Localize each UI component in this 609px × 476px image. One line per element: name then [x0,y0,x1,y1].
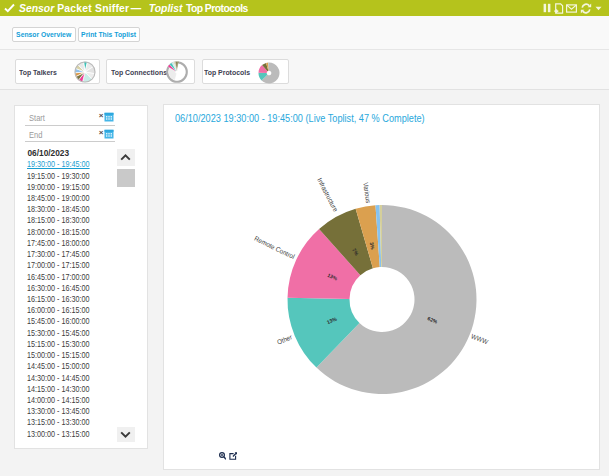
slice-name-label: Remote Control [253,235,296,261]
scroll-down-button[interactable] [117,427,136,442]
tab-top-talkers[interactable]: Top Talkers [15,59,100,84]
interval-item[interactable]: 19:00:00 - 19:15:00 [27,182,104,193]
slice-name-label: WWW [470,332,490,345]
interval-item[interactable]: 18:45:00 - 19:00:00 [27,193,104,204]
chevron-up-icon [120,154,131,161]
interval-item[interactable]: 17:30:00 - 17:45:00 [27,249,104,260]
interval-item[interactable]: 15:15:00 - 15:30:00 [27,339,104,350]
open-external-icon[interactable] [229,452,238,460]
end-date-input[interactable]: End × [25,126,115,142]
zoom-in-icon[interactable] [219,452,226,460]
tab-top-talkers-label: Top Talkers [19,68,57,77]
interval-item[interactable]: 17:00:00 - 17:15:00 [27,260,104,271]
slice-name-label: Various [362,182,372,204]
interval-item[interactable]: 18:00:00 - 18:15:00 [27,227,104,238]
header-bar: Sensor Packet Sniffer — Toplist Top Prot… [0,0,609,16]
tab-top-connections[interactable]: Top Connections [106,59,195,84]
top-talkers-mini-chart-icon [74,61,96,83]
end-placeholder: End [29,130,42,140]
interval-item[interactable]: 14:30:00 - 14:45:00 [27,373,104,384]
end-calendar-icon[interactable] [104,129,114,139]
breadcrumb-separator: — [131,3,141,14]
interval-item[interactable]: 19:15:00 - 19:30:00 [27,171,104,182]
interval-list: 19:30:00 - 19:45:0019:15:00 - 19:30:0019… [27,159,116,439]
breadcrumb-sensor-name: Packet Sniffer [57,3,129,14]
check-icon [4,3,15,13]
pause-icon[interactable] [543,3,551,13]
email-icon[interactable] [566,4,577,13]
start-calendar-icon[interactable] [104,112,114,122]
toplist-tabs: Top Talkers Top Connections Top Protocol… [0,50,609,90]
time-range-panel: Start × End × 06/10/2023 19:30:00 - 19:4… [14,105,148,449]
interval-item[interactable]: 13:15:00 - 13:30:00 [27,417,104,428]
sensor-overview-button[interactable]: Sensor Overview [12,27,76,42]
interval-item[interactable]: 16:45:00 - 17:00:00 [27,272,104,283]
interval-item[interactable]: 15:00:00 - 15:15:00 [27,350,104,361]
print-toplist-label: Print This Toplist [82,30,137,39]
slice-name-label: Other [276,333,294,346]
header-actions [543,0,602,16]
chevron-down-icon [120,431,131,438]
chart-actions [219,452,237,460]
protocol-donut-chart: 62%WWW13%Other13%Remote Control7%Infrast… [220,155,546,461]
interval-item[interactable]: 14:45:00 - 15:00:00 [27,361,104,372]
breadcrumb-page: Top Protocols [186,3,248,14]
interval-item[interactable]: 13:30:00 - 13:45:00 [27,406,104,417]
toolbar: Sensor Overview Print This Toplist [0,16,609,50]
add-report-icon[interactable] [554,3,564,14]
start-placeholder: Start [29,113,45,123]
breadcrumb-section: Sensor [19,3,54,14]
start-date-input[interactable]: Start × [25,110,115,126]
toplist-chart-panel: 06/10/2023 19:30:00 - 19:45:00 (Live Top… [163,104,600,470]
sensor-overview-label: Sensor Overview [16,30,71,39]
tab-top-protocols-label: Top Protocols [204,68,250,77]
interval-item[interactable]: 17:45:00 - 18:00:00 [27,238,104,249]
breadcrumb-subsection: Toplist [149,3,183,14]
interval-item[interactable]: 16:30:00 - 16:45:00 [27,283,104,294]
interval-item[interactable]: 15:45:00 - 16:00:00 [27,316,104,327]
interval-item[interactable]: 18:30:00 - 18:45:00 [27,204,104,215]
interval-item[interactable]: 14:15:00 - 14:30:00 [27,384,104,395]
top-connections-mini-chart-icon [166,61,188,83]
interval-item[interactable]: 15:30:00 - 15:45:00 [27,328,104,339]
interval-item[interactable]: 18:15:00 - 18:30:00 [27,215,104,226]
top-protocols-mini-chart-icon [258,62,280,84]
interval-item[interactable]: 13:00:00 - 13:15:00 [27,429,104,440]
interval-item[interactable]: 16:00:00 - 16:15:00 [27,305,104,316]
tab-top-protocols[interactable]: Top Protocols [202,59,289,84]
slice-name-label: Infrastructure [316,177,339,213]
scrollbar-thumb[interactable] [117,169,136,187]
interval-item[interactable]: 19:30:00 - 19:45:00 [27,159,104,170]
interval-scrollbar [117,149,136,441]
interval-item[interactable]: 16:15:00 - 16:30:00 [27,294,104,305]
breadcrumb: Sensor Packet Sniffer — Toplist Top Prot… [15,3,248,14]
scroll-up-button[interactable] [117,149,136,166]
tab-top-connections-label: Top Connections [111,68,167,77]
refresh-icon[interactable] [580,3,592,14]
chart-title: 06/10/2023 19:30:00 - 19:45:00 (Live Top… [175,113,425,124]
interval-item[interactable]: 14:00:00 - 14:15:00 [27,395,104,406]
date-header: 06/10/2023 [28,148,70,158]
print-toplist-button[interactable]: Print This Toplist [78,27,140,42]
caret-down-icon[interactable] [595,6,602,11]
